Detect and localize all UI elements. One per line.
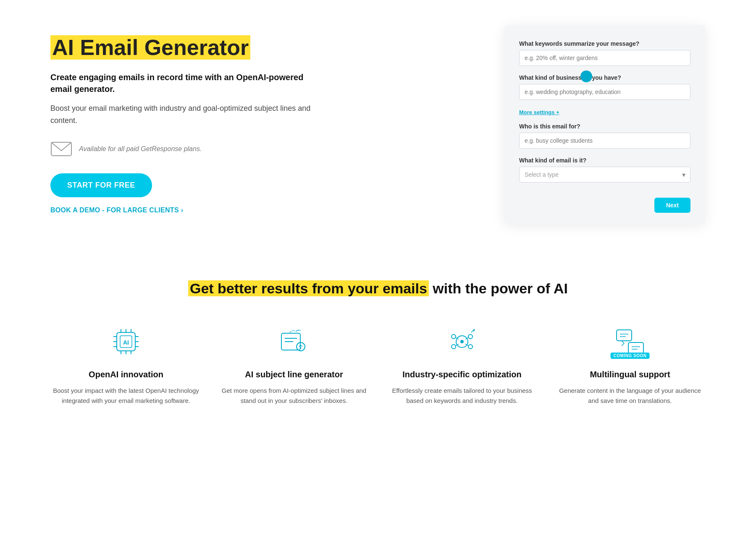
feature-card-multilingual: COMING SOON Multilingual support Generat… <box>554 323 706 406</box>
svg-rect-34 <box>628 342 643 353</box>
select-wrapper: Select a type <box>519 167 690 183</box>
hero-body: Boost your email marketing with industry… <box>50 102 311 127</box>
more-settings-link[interactable]: More settings + <box>519 109 559 115</box>
feature-card-industry: Industry-specific optimization Effortles… <box>386 323 538 406</box>
email-icon <box>50 140 72 158</box>
field-audience-input[interactable] <box>519 133 690 149</box>
field-audience-label: Who is this email for? <box>519 123 690 130</box>
subject-line-icon <box>277 325 311 358</box>
feature-desc-multilingual: Generate content in the language of your… <box>554 386 706 406</box>
badge-text: Available for all paid GetResponse plans… <box>79 145 202 153</box>
field-business-label: What kind of business do you have? <box>519 74 690 81</box>
page-wrapper: AI Email Generator Create engaging email… <box>0 0 756 439</box>
field-keywords-input[interactable] <box>519 50 690 66</box>
svg-rect-31 <box>617 330 632 341</box>
features-heading-rest: with the power of AI <box>429 280 568 296</box>
hero-right: What keywords summarize your message? Wh… <box>504 25 706 225</box>
hero-title-highlight: AI Email Generator <box>50 35 250 60</box>
form-field-keywords: What keywords summarize your message? <box>519 40 690 66</box>
feature-desc-openai: Boost your impact with the latest OpenAI… <box>50 386 202 406</box>
field-email-type-label: What kind of email is it? <box>519 157 690 164</box>
svg-point-25 <box>452 345 456 349</box>
hero-subtitle: Create engaging emails in record time wi… <box>50 71 311 95</box>
multilingual-icon-wrap: COMING SOON <box>609 323 651 361</box>
feature-title-industry: Industry-specific optimization <box>402 369 521 380</box>
field-business-input[interactable] <box>519 84 690 100</box>
svg-point-20 <box>300 348 302 349</box>
industry-icon <box>445 325 479 358</box>
svg-point-26 <box>468 345 472 349</box>
form-next-button[interactable]: Next <box>654 198 690 213</box>
industry-icon-wrap <box>441 323 483 361</box>
feature-desc-subject: Get more opens from AI-optimized subject… <box>218 386 370 406</box>
feature-desc-industry: Effortlessly create emails tailored to y… <box>386 386 538 406</box>
form-field-email-type: What kind of email is it? Select a type <box>519 157 690 183</box>
hero-section: AI Email Generator Create engaging email… <box>0 0 756 250</box>
hero-left: AI Email Generator Create engaging email… <box>50 36 311 214</box>
feature-title-subject: AI subject line generator <box>245 369 343 380</box>
feature-card-subject: AI subject line generator Get more opens… <box>218 323 370 406</box>
coming-soon-badge: COMING SOON <box>611 353 650 359</box>
form-card: What keywords summarize your message? Wh… <box>504 25 706 225</box>
features-heading: Get better results from your emails with… <box>50 279 706 298</box>
openai-icon-wrap: AI <box>105 323 147 361</box>
hero-title: AI Email Generator <box>50 36 311 60</box>
start-free-button[interactable]: START FOR FREE <box>50 173 152 197</box>
feature-title-openai: OpenAI innovation <box>89 369 163 380</box>
form-field-audience: Who is this email for? <box>519 123 690 149</box>
svg-point-24 <box>468 334 472 339</box>
svg-text:AI: AI <box>123 339 129 346</box>
email-type-select[interactable]: Select a type <box>519 167 690 183</box>
feature-title-multilingual: Multilingual support <box>590 369 670 380</box>
svg-point-22 <box>460 340 464 343</box>
openai-icon: AI <box>109 325 143 358</box>
field-keywords-label: What keywords summarize your message? <box>519 40 690 47</box>
book-demo-link[interactable]: BOOK A DEMO - FOR LARGE CLIENTS › <box>50 206 311 214</box>
features-heading-highlight: Get better results from your emails <box>188 280 429 296</box>
blue-dot-decoration <box>580 71 592 82</box>
subject-icon-wrap <box>273 323 315 361</box>
features-section: Get better results from your emails with… <box>0 250 756 439</box>
hero-badge: Available for all paid GetResponse plans… <box>50 140 311 158</box>
form-field-business: What kind of business do you have? <box>519 74 690 100</box>
feature-card-openai: AI OpenAI innova <box>50 323 202 406</box>
svg-point-23 <box>452 334 456 339</box>
features-grid: AI OpenAI innova <box>50 323 706 406</box>
